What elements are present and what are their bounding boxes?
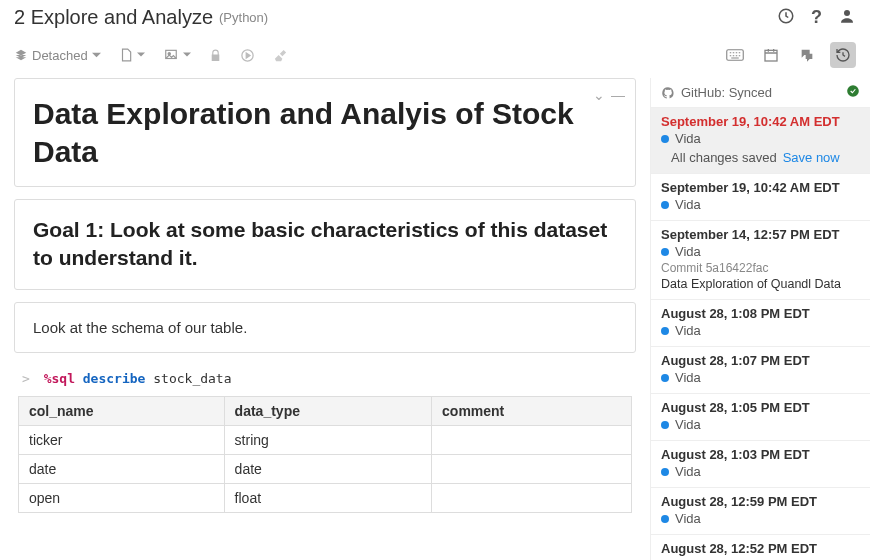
revision-sidebar: GitHub: Synced September 19, 10:42 AM ED… <box>650 78 870 560</box>
cell-heading: Data Exploration and Analyis of Stock Da… <box>33 95 617 170</box>
cluster-detached-dropdown[interactable]: Detached <box>14 48 101 63</box>
table-cell <box>432 454 632 483</box>
github-icon <box>661 86 675 100</box>
revision-user: Vida <box>661 417 860 432</box>
save-now-link[interactable]: Save now <box>783 150 840 165</box>
keyboard-icon[interactable] <box>722 42 748 68</box>
user-dot-icon <box>661 468 669 476</box>
revision-user: Vida <box>661 511 860 526</box>
table-cell: date <box>224 454 431 483</box>
revision-entry[interactable]: August 28, 1:05 PM EDTVida <box>651 394 870 441</box>
revision-entry[interactable]: August 28, 1:08 PM EDTVida <box>651 300 870 347</box>
cell-text: Look at the schema of our table. <box>33 319 617 336</box>
notebook-title: 2 Explore and Analyze <box>14 6 213 29</box>
code-line[interactable]: > %sql describe stock_data <box>18 365 632 396</box>
table-cell: ticker <box>19 425 225 454</box>
clear-icon[interactable] <box>273 48 288 63</box>
user-icon[interactable] <box>838 7 856 28</box>
table-row: tickerstring <box>19 425 632 454</box>
table-row: datedate <box>19 454 632 483</box>
table-cell: string <box>224 425 431 454</box>
schema-table: col_name data_type comment tickerstringd… <box>18 396 632 513</box>
user-dot-icon <box>661 135 669 143</box>
minimize-icon[interactable]: — <box>611 87 625 103</box>
user-dot-icon <box>661 421 669 429</box>
col-header: comment <box>432 396 632 425</box>
goal-cell[interactable]: Goal 1: Look at some basic characteristi… <box>14 199 636 290</box>
revision-timestamp: August 28, 12:52 PM EDT <box>661 541 860 556</box>
run-all-icon[interactable] <box>240 48 255 63</box>
user-dot-icon <box>661 515 669 523</box>
table-cell: open <box>19 483 225 512</box>
notebook-language: (Python) <box>219 10 268 25</box>
notebook-main: ⌄ — Data Exploration and Analyis of Stoc… <box>0 78 650 560</box>
revision-timestamp: September 19, 10:42 AM EDT <box>661 114 860 129</box>
schedule-icon[interactable] <box>777 7 795 28</box>
revision-timestamp: August 28, 1:07 PM EDT <box>661 353 860 368</box>
comments-icon[interactable] <box>794 42 820 68</box>
revision-timestamp: August 28, 1:05 PM EDT <box>661 400 860 415</box>
user-dot-icon <box>661 201 669 209</box>
revision-user: Vida <box>661 464 860 479</box>
title-cell[interactable]: ⌄ — Data Exploration and Analyis of Stoc… <box>14 78 636 187</box>
cell-subheading: Goal 1: Look at some basic characteristi… <box>33 216 617 273</box>
table-cell <box>432 483 632 512</box>
run-gutter-icon[interactable]: > <box>22 371 30 386</box>
toolbar: Detached <box>0 36 870 78</box>
table-row: openfloat <box>19 483 632 512</box>
check-icon <box>846 84 860 101</box>
table-cell: float <box>224 483 431 512</box>
user-dot-icon <box>661 374 669 382</box>
col-header: data_type <box>224 396 431 425</box>
chevron-down-icon[interactable]: ⌄ <box>593 87 605 103</box>
revision-user: Vida <box>661 131 860 146</box>
svg-point-7 <box>847 85 859 97</box>
schedule-panel-icon[interactable] <box>758 42 784 68</box>
code-cell[interactable]: > %sql describe stock_data col_name data… <box>14 365 636 513</box>
github-status-row[interactable]: GitHub: Synced <box>651 78 870 108</box>
revision-entry[interactable]: August 28, 1:07 PM EDTVida <box>651 347 870 394</box>
user-dot-icon <box>661 248 669 256</box>
revision-user: Vida <box>661 370 860 385</box>
revision-timestamp: September 14, 12:57 PM EDT <box>661 227 860 242</box>
revision-timestamp: August 28, 1:08 PM EDT <box>661 306 860 321</box>
revision-timestamp: August 28, 1:03 PM EDT <box>661 447 860 462</box>
save-status: All changes savedSave now <box>661 150 860 165</box>
lock-icon[interactable] <box>209 48 222 63</box>
svg-rect-5 <box>727 50 744 61</box>
github-status-text: GitHub: Synced <box>681 85 772 100</box>
user-dot-icon <box>661 327 669 335</box>
revision-user: Vida <box>661 244 860 259</box>
revision-entry[interactable]: August 28, 12:59 PM EDTVida <box>651 488 870 535</box>
notebook-header: 2 Explore and Analyze (Python) ? <box>0 0 870 36</box>
revision-history-icon[interactable] <box>830 42 856 68</box>
revision-description: Data Exploration of Quandl Data <box>661 277 860 291</box>
help-icon[interactable]: ? <box>811 7 822 28</box>
revision-timestamp: August 28, 12:59 PM EDT <box>661 494 860 509</box>
table-cell <box>432 425 632 454</box>
revision-user: Vida <box>661 197 860 212</box>
revision-entry[interactable]: September 19, 10:42 AM EDTVida All chang… <box>651 108 870 174</box>
revision-entry[interactable]: August 28, 1:03 PM EDTVida <box>651 441 870 488</box>
revision-entry[interactable]: September 14, 12:57 PM EDTVidaCommit 5a1… <box>651 221 870 300</box>
table-cell: date <box>19 454 225 483</box>
revision-commit: Commit 5a16422fac <box>661 261 860 275</box>
revision-user: Vida <box>661 323 860 338</box>
revision-timestamp: September 19, 10:42 AM EDT <box>661 180 860 195</box>
schema-intro-cell[interactable]: Look at the schema of our table. <box>14 302 636 353</box>
image-menu-icon[interactable] <box>163 48 191 62</box>
svg-point-1 <box>844 10 850 16</box>
file-menu-icon[interactable] <box>119 47 145 63</box>
svg-rect-6 <box>765 50 777 61</box>
revision-entry[interactable]: August 28, 12:52 PM EDTVida <box>651 535 870 560</box>
revision-entry[interactable]: September 19, 10:42 AM EDTVida <box>651 174 870 221</box>
col-header: col_name <box>19 396 225 425</box>
